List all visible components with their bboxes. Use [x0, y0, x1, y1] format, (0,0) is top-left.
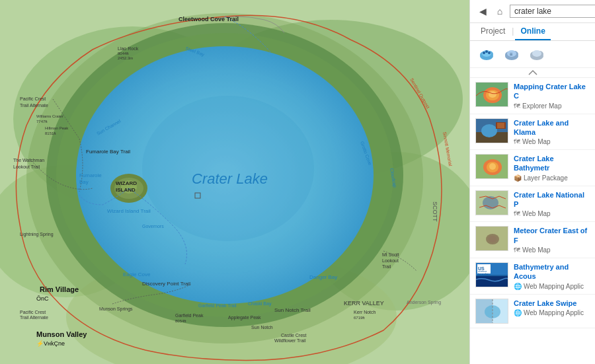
svg-text:Lightning Spring: Lightning Spring	[20, 232, 54, 237]
svg-text:for a cha: for a cha	[478, 272, 489, 275]
result-title: Meteor Crater East of F	[514, 226, 590, 245]
svg-text:Trail Alternate: Trail Alternate	[20, 315, 48, 320]
svg-text:Eagle Cove: Eagle Cove	[123, 272, 151, 277]
result-title: Crater Lake Swipe	[514, 299, 590, 308]
svg-text:Crater Lake: Crater Lake	[192, 170, 268, 187]
svg-text:Chaski Bay: Chaski Bay	[248, 301, 272, 307]
result-thumb	[475, 118, 508, 143]
type-label: Web Mapping Applic	[524, 283, 584, 290]
svg-rect-94	[497, 123, 504, 128]
type-label: Web Map	[522, 138, 551, 145]
svg-point-92	[481, 124, 497, 137]
result-title: Mapping Crater Lake C	[514, 82, 590, 101]
result-info: Crater Lake Swipe 🌐 Web Mapping Applic	[514, 299, 590, 316]
tab-online[interactable]: Online	[515, 23, 550, 40]
result-item[interactable]: Crater Lake Swipe 🌐 Web Mapping Applic	[470, 295, 595, 328]
type-label: Web Map	[522, 210, 551, 217]
svg-text:8054ft: 8054ft	[175, 319, 186, 323]
svg-text:2452.3m: 2452.3m	[118, 56, 133, 60]
svg-text:Trail: Trail	[382, 264, 391, 269]
filter-all-icon[interactable]	[477, 46, 496, 62]
filter-icons: ≡	[470, 41, 595, 68]
result-title: Crater Lake and Klama	[514, 118, 590, 137]
svg-text:⚡VнkÇne: ⚡VнkÇne	[36, 340, 65, 347]
result-type: 🗺 Web Map	[514, 246, 590, 254]
tabs: Project | Online	[470, 23, 595, 41]
result-thumb	[475, 82, 508, 107]
result-info: Crater Lake National P 🗺 Web Map	[514, 190, 590, 218]
result-type: 🌐 Web Mapping Applic	[514, 309, 590, 316]
svg-text:Kerr Notch: Kerr Notch	[354, 310, 376, 314]
result-item[interactable]: Crater Lake National P 🗺 Web Map	[470, 186, 595, 223]
svg-text:Munson Valley: Munson Valley	[36, 330, 87, 338]
svg-text:Anderson Spring: Anderson Spring	[407, 300, 441, 305]
result-item[interactable]: US science for a cha Bathymetry and Acou…	[470, 258, 595, 295]
map-area[interactable]: Chaski Bay Governors Grotto Cove Sun Cha…	[0, 0, 469, 364]
collapse-arrow[interactable]	[470, 68, 595, 78]
svg-text:SCOTT: SCOTT	[432, 201, 438, 222]
svg-text:Mt Scott: Mt Scott	[382, 252, 399, 257]
svg-text:≡: ≡	[510, 52, 513, 57]
svg-point-76	[488, 52, 491, 54]
result-item[interactable]: Crater Lake and Klama 🗺 Web Map	[470, 114, 595, 151]
result-thumb	[475, 154, 508, 179]
nav-icons: ◀ ⌂	[475, 4, 507, 18]
search-input[interactable]: crater lake	[510, 5, 595, 18]
svg-text:The Watchman: The Watchman	[13, 158, 44, 163]
svg-text:Discovery Point Trail: Discovery Point Trail	[142, 281, 190, 287]
svg-text:Fumarole: Fumarole	[79, 172, 102, 178]
search-bar: ◀ ⌂ crater lake	[470, 0, 595, 23]
svg-text:Trail Alternate: Trail Alternate	[20, 103, 48, 108]
svg-text:Cleetwood Cove Trail: Cleetwood Cove Trail	[178, 16, 239, 22]
svg-text:8151ft: 8151ft	[45, 131, 56, 135]
results-list: Mapping Crater Lake C 🗺 Explorer Map	[470, 78, 595, 364]
svg-text:7747ft: 7747ft	[36, 120, 48, 124]
type-icon: 🗺	[514, 138, 520, 145]
svg-text:Hillman Peak: Hillman Peak	[45, 126, 69, 130]
result-type: 📦 Layer Package	[514, 174, 590, 182]
svg-rect-112	[476, 276, 508, 287]
result-item[interactable]: Meteor Crater East of F 🗺 Web Map	[470, 222, 595, 258]
result-title: Bathymetry and Acous	[514, 262, 590, 281]
filter-layers-icon[interactable]	[527, 46, 547, 62]
type-label: Web Mapping Applic	[524, 309, 584, 316]
svg-point-105	[489, 236, 496, 242]
back-button[interactable]: ◀	[475, 4, 490, 18]
home-button[interactable]: ⌂	[493, 4, 507, 18]
svg-text:Munson Springs: Munson Springs	[99, 307, 133, 312]
svg-point-89	[489, 91, 496, 98]
svg-text:Fumarole Bay Trail: Fumarole Bay Trail	[86, 149, 130, 155]
result-info: Meteor Crater East of F 🗺 Web Map	[514, 226, 590, 254]
svg-text:Garfield Peak: Garfield Peak	[175, 313, 204, 318]
svg-point-85	[532, 50, 541, 57]
result-info: Crater Lake and Klama 🗺 Web Map	[514, 118, 590, 146]
svg-text:WIZARD: WIZARD	[116, 180, 137, 186]
tab-project[interactable]: Project	[475, 23, 510, 40]
svg-text:Lookout Trail: Lookout Trail	[13, 164, 40, 169]
type-label: Web Map	[522, 246, 551, 254]
svg-point-75	[485, 50, 488, 53]
result-info: Mapping Crater Lake C 🗺 Explorer Map	[514, 82, 590, 110]
result-item[interactable]: Mapping Crater Lake C 🗺 Explorer Map	[470, 78, 595, 114]
result-title: Crater Lake Bathymetr	[514, 154, 590, 173]
svg-text:Williams Crater: Williams Crater	[36, 114, 63, 118]
svg-text:ÔnC: ÔnC	[36, 295, 49, 302]
result-info: Crater Lake Bathymetr 📦 Layer Package	[514, 154, 590, 182]
svg-text:Llao Rock: Llao Rock	[118, 46, 139, 51]
result-item[interactable]: Crater Lake Bathymetr 📦 Layer Package	[470, 150, 595, 186]
svg-point-11	[142, 96, 314, 241]
svg-text:Bay: Bay	[79, 179, 89, 185]
sidebar: ◀ ⌂ crater lake Project | Online	[469, 0, 595, 364]
svg-text:8044ft: 8044ft	[118, 52, 129, 55]
svg-text:Danger Bay: Danger Bay	[309, 274, 337, 280]
filter-maps-icon[interactable]: ≡	[502, 46, 522, 62]
result-thumb	[475, 226, 508, 251]
svg-text:Governors: Governors	[142, 224, 164, 229]
svg-text:Pacific Crest: Pacific Crest	[20, 96, 46, 101]
result-type: 🌐 Web Mapping Applic	[514, 283, 590, 290]
svg-text:ISLAND: ISLAND	[116, 187, 136, 193]
result-thumb	[475, 190, 508, 215]
svg-text:Wildflower Trail: Wildflower Trail	[274, 338, 306, 343]
result-title: Crater Lake National P	[514, 190, 590, 209]
svg-text:Sun Notch Trail: Sun Notch Trail	[274, 307, 311, 313]
